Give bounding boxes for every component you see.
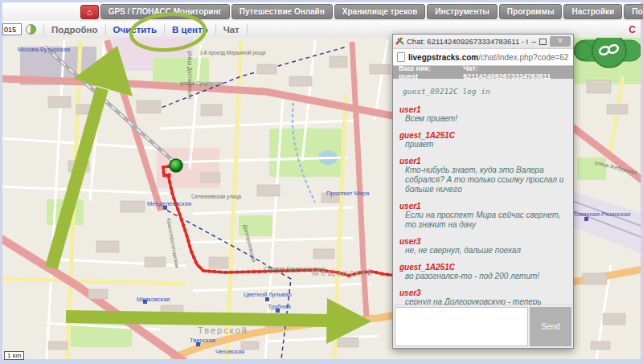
chat-message-text: сернул на Долгоруковскую - теперь совсем… (405, 297, 567, 305)
chat-message-input[interactable] (395, 307, 528, 346)
chat-message-author: user3 (399, 237, 567, 246)
chat-message-author: user1 (399, 157, 567, 166)
chat-message-text: Всем привет! (405, 114, 567, 124)
chat-message: user3сернул на Долгоруковскую - теперь с… (399, 288, 567, 305)
chat-message-author: guest_1A251C (399, 131, 567, 140)
chat-message-author: user1 (399, 105, 567, 114)
chat-message: user3не, не свернул, дальше поехал (399, 237, 567, 256)
chat-message: user1Кто-нибудь знает, куда это Валера с… (399, 157, 567, 194)
chat-window: Chat: 6211424092673334783611 - Google...… (392, 34, 574, 349)
chat-message: guest_1A251Cво разогнался-то - под 200 л… (399, 263, 567, 281)
chat-message-text: не, не свернул, дальше поехал (405, 246, 567, 256)
chat-titlebar[interactable]: Chat: 6211424092673334783611 - Google...… (393, 35, 573, 49)
chat-message-text: привет (405, 140, 567, 149)
minimize-button[interactable]: – (531, 39, 536, 45)
chat-message-author: user3 (399, 288, 567, 297)
chat-message: guest_1A251Cпривет (399, 131, 567, 149)
chat-window-title: Chat: 6211424092673334783611 - Google... (407, 37, 528, 46)
chat-message: user1Если на проспект Мира сейчас сверне… (399, 202, 567, 230)
chat-header: Ваш ник: guest Чат: 62114240926733347836… (393, 66, 573, 79)
send-button[interactable]: Send (530, 307, 571, 346)
chat-message: user1Всем привет! (399, 105, 567, 124)
url-path: /chat/index.php?code=6211424092673334783… (478, 53, 569, 62)
url-host: livegpstracks.com (408, 53, 478, 62)
chat-system-message: guest_89212C log in (403, 87, 567, 96)
chat-message-text: Если на проспект Мира сейчас свернет, то… (405, 211, 567, 230)
chat-url[interactable]: livegpstracks.com/chat/index.php?code=62… (408, 53, 569, 62)
chat-message-text: Кто-нибудь знает, куда это Валера собрал… (405, 166, 567, 194)
page-icon (397, 52, 405, 62)
chat-message-list[interactable]: guest_89212C log inuser1Всем привет!gues… (393, 79, 573, 305)
chat-id: Чат: 6211424092673334783611 (463, 64, 567, 80)
chat-message-author: guest_1A251C (399, 263, 567, 272)
chat-nick: Ваш ник: guest (399, 64, 452, 80)
vehicle-marker[interactable] (170, 159, 182, 172)
chat-message-author: user1 (399, 202, 567, 211)
livegps-favicon (395, 37, 404, 46)
app-frame: ⌂GPS / ГЛОНАСС МониторингПутешествие Онл… (0, 0, 643, 364)
browser-address-bar[interactable]: livegpstracks.com/chat/index.php?code=62… (393, 49, 573, 66)
chat-input-row: Send (393, 305, 573, 348)
map-scale: 1 km (4, 351, 24, 360)
close-button[interactable]: × (550, 36, 571, 47)
maximize-button[interactable] (539, 39, 547, 45)
chat-message-text: во разогнался-то - под 200 летит! (405, 272, 567, 281)
